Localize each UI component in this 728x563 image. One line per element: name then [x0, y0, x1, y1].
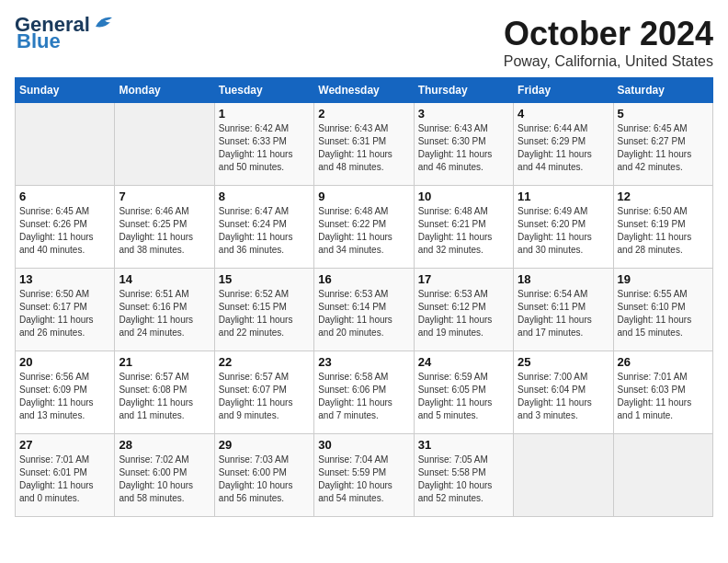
- calendar-cell: 8Sunrise: 6:47 AM Sunset: 6:24 PM Daylig…: [214, 186, 313, 269]
- day-number: 29: [219, 438, 310, 452]
- calendar-header-row: SundayMondayTuesdayWednesdayThursdayFrid…: [16, 78, 713, 103]
- calendar-cell: 22Sunrise: 6:57 AM Sunset: 6:07 PM Dayli…: [214, 351, 313, 434]
- day-number: 13: [19, 272, 110, 286]
- day-number: 16: [318, 272, 409, 286]
- day-number: 12: [618, 190, 709, 203]
- day-detail: Sunrise: 6:51 AM Sunset: 6:16 PM Dayligh…: [119, 288, 210, 339]
- day-detail: Sunrise: 6:48 AM Sunset: 6:21 PM Dayligh…: [418, 205, 509, 257]
- day-detail: Sunrise: 6:43 AM Sunset: 6:30 PM Dayligh…: [418, 122, 509, 174]
- day-number: 31: [418, 438, 509, 452]
- calendar-cell: 12Sunrise: 6:50 AM Sunset: 6:19 PM Dayli…: [613, 186, 712, 269]
- calendar-cell: 9Sunrise: 6:48 AM Sunset: 6:22 PM Daylig…: [314, 186, 414, 269]
- calendar-cell: 10Sunrise: 6:48 AM Sunset: 6:21 PM Dayli…: [414, 186, 513, 269]
- header-monday: Monday: [115, 78, 214, 103]
- calendar-cell: 16Sunrise: 6:53 AM Sunset: 6:14 PM Dayli…: [314, 269, 414, 351]
- day-detail: Sunrise: 6:57 AM Sunset: 6:07 PM Dayligh…: [219, 371, 310, 422]
- day-number: 7: [119, 190, 210, 203]
- day-detail: Sunrise: 6:43 AM Sunset: 6:31 PM Dayligh…: [318, 122, 409, 174]
- header-wednesday: Wednesday: [314, 78, 414, 103]
- calendar-cell: 29Sunrise: 7:03 AM Sunset: 6:00 PM Dayli…: [214, 434, 313, 517]
- day-detail: Sunrise: 6:49 AM Sunset: 6:20 PM Dayligh…: [518, 205, 609, 257]
- day-detail: Sunrise: 6:48 AM Sunset: 6:22 PM Dayligh…: [318, 205, 409, 257]
- day-detail: Sunrise: 7:05 AM Sunset: 5:58 PM Dayligh…: [418, 454, 509, 505]
- day-detail: Sunrise: 7:02 AM Sunset: 6:00 PM Dayligh…: [119, 454, 210, 505]
- day-number: 6: [19, 190, 110, 203]
- day-number: 26: [618, 355, 709, 369]
- day-detail: Sunrise: 6:56 AM Sunset: 6:09 PM Dayligh…: [19, 371, 110, 422]
- calendar-cell: 18Sunrise: 6:54 AM Sunset: 6:11 PM Dayli…: [514, 269, 613, 351]
- day-detail: Sunrise: 6:45 AM Sunset: 6:26 PM Dayligh…: [19, 205, 110, 257]
- calendar-cell: 3Sunrise: 6:43 AM Sunset: 6:30 PM Daylig…: [414, 103, 513, 186]
- day-number: 15: [219, 272, 310, 286]
- calendar-cell: 19Sunrise: 6:55 AM Sunset: 6:10 PM Dayli…: [613, 269, 712, 351]
- calendar-cell: 15Sunrise: 6:52 AM Sunset: 6:15 PM Dayli…: [214, 269, 313, 351]
- week-row-2: 6Sunrise: 6:45 AM Sunset: 6:26 PM Daylig…: [16, 186, 713, 269]
- day-number: 3: [418, 107, 509, 121]
- day-detail: Sunrise: 6:59 AM Sunset: 6:05 PM Dayligh…: [418, 371, 509, 422]
- day-detail: Sunrise: 6:55 AM Sunset: 6:10 PM Dayligh…: [618, 288, 709, 339]
- calendar-cell: 5Sunrise: 6:45 AM Sunset: 6:27 PM Daylig…: [613, 103, 712, 186]
- calendar-cell: 4Sunrise: 6:44 AM Sunset: 6:29 PM Daylig…: [514, 103, 613, 186]
- day-number: 23: [318, 355, 409, 369]
- day-number: 2: [318, 107, 409, 121]
- day-number: 17: [418, 272, 509, 286]
- day-number: 20: [19, 355, 110, 369]
- day-detail: Sunrise: 6:53 AM Sunset: 6:12 PM Dayligh…: [418, 288, 509, 339]
- day-number: 18: [518, 272, 609, 286]
- calendar-cell: 21Sunrise: 6:57 AM Sunset: 6:08 PM Dayli…: [115, 351, 214, 434]
- day-number: 14: [119, 272, 210, 286]
- day-number: 9: [318, 190, 409, 203]
- day-detail: Sunrise: 6:52 AM Sunset: 6:15 PM Dayligh…: [219, 288, 310, 339]
- week-row-5: 27Sunrise: 7:01 AM Sunset: 6:01 PM Dayli…: [16, 434, 713, 517]
- calendar-cell: [613, 434, 712, 517]
- header-thursday: Thursday: [414, 78, 513, 103]
- calendar-cell: 20Sunrise: 6:56 AM Sunset: 6:09 PM Dayli…: [16, 351, 115, 434]
- day-detail: Sunrise: 6:44 AM Sunset: 6:29 PM Dayligh…: [518, 122, 609, 174]
- page-header: General Blue October 2024 Poway, Califor…: [15, 15, 713, 70]
- calendar-cell: [514, 434, 613, 517]
- calendar-cell: 23Sunrise: 6:58 AM Sunset: 6:06 PM Dayli…: [314, 351, 414, 434]
- calendar-table: SundayMondayTuesdayWednesdayThursdayFrid…: [15, 77, 713, 517]
- header-saturday: Saturday: [613, 78, 712, 103]
- day-number: 30: [318, 438, 409, 452]
- calendar-cell: 31Sunrise: 7:05 AM Sunset: 5:58 PM Dayli…: [414, 434, 513, 517]
- calendar-cell: 25Sunrise: 7:00 AM Sunset: 6:04 PM Dayli…: [514, 351, 613, 434]
- calendar-cell: 24Sunrise: 6:59 AM Sunset: 6:05 PM Dayli…: [414, 351, 513, 434]
- day-detail: Sunrise: 6:42 AM Sunset: 6:33 PM Dayligh…: [219, 122, 310, 174]
- header-friday: Friday: [514, 78, 613, 103]
- calendar-cell: 17Sunrise: 6:53 AM Sunset: 6:12 PM Dayli…: [414, 269, 513, 351]
- day-detail: Sunrise: 6:50 AM Sunset: 6:17 PM Dayligh…: [19, 288, 110, 339]
- day-number: 24: [418, 355, 509, 369]
- calendar-cell: 11Sunrise: 6:49 AM Sunset: 6:20 PM Dayli…: [514, 186, 613, 269]
- day-detail: Sunrise: 6:58 AM Sunset: 6:06 PM Dayligh…: [318, 371, 409, 422]
- day-detail: Sunrise: 6:47 AM Sunset: 6:24 PM Dayligh…: [219, 205, 310, 257]
- day-detail: Sunrise: 7:01 AM Sunset: 6:01 PM Dayligh…: [19, 454, 110, 505]
- title-area: October 2024 Poway, California, United S…: [504, 15, 713, 70]
- logo-bird-icon: [92, 14, 118, 32]
- calendar-cell: 14Sunrise: 6:51 AM Sunset: 6:16 PM Dayli…: [115, 269, 214, 351]
- calendar-cell: 26Sunrise: 7:01 AM Sunset: 6:03 PM Dayli…: [613, 351, 712, 434]
- day-detail: Sunrise: 7:01 AM Sunset: 6:03 PM Dayligh…: [618, 371, 709, 422]
- calendar-subtitle: Poway, California, United States: [504, 53, 713, 70]
- header-tuesday: Tuesday: [214, 78, 313, 103]
- week-row-1: 1Sunrise: 6:42 AM Sunset: 6:33 PM Daylig…: [16, 103, 713, 186]
- calendar-cell: 2Sunrise: 6:43 AM Sunset: 6:31 PM Daylig…: [314, 103, 414, 186]
- day-number: 27: [19, 438, 110, 452]
- day-detail: Sunrise: 6:50 AM Sunset: 6:19 PM Dayligh…: [618, 205, 709, 257]
- day-detail: Sunrise: 6:53 AM Sunset: 6:14 PM Dayligh…: [318, 288, 409, 339]
- day-detail: Sunrise: 7:00 AM Sunset: 6:04 PM Dayligh…: [518, 371, 609, 422]
- day-detail: Sunrise: 7:03 AM Sunset: 6:00 PM Dayligh…: [219, 454, 310, 505]
- day-detail: Sunrise: 6:45 AM Sunset: 6:27 PM Dayligh…: [618, 122, 709, 174]
- day-number: 10: [418, 190, 509, 203]
- day-number: 21: [119, 355, 210, 369]
- logo: General Blue: [15, 15, 118, 53]
- calendar-cell: 27Sunrise: 7:01 AM Sunset: 6:01 PM Dayli…: [16, 434, 115, 517]
- calendar-cell: 6Sunrise: 6:45 AM Sunset: 6:26 PM Daylig…: [16, 186, 115, 269]
- calendar-cell: 28Sunrise: 7:02 AM Sunset: 6:00 PM Dayli…: [115, 434, 214, 517]
- logo-line2: Blue: [17, 29, 61, 53]
- day-number: 8: [219, 190, 310, 203]
- day-detail: Sunrise: 6:57 AM Sunset: 6:08 PM Dayligh…: [119, 371, 210, 422]
- calendar-cell: [115, 103, 214, 186]
- day-number: 1: [219, 107, 310, 121]
- week-row-4: 20Sunrise: 6:56 AM Sunset: 6:09 PM Dayli…: [16, 351, 713, 434]
